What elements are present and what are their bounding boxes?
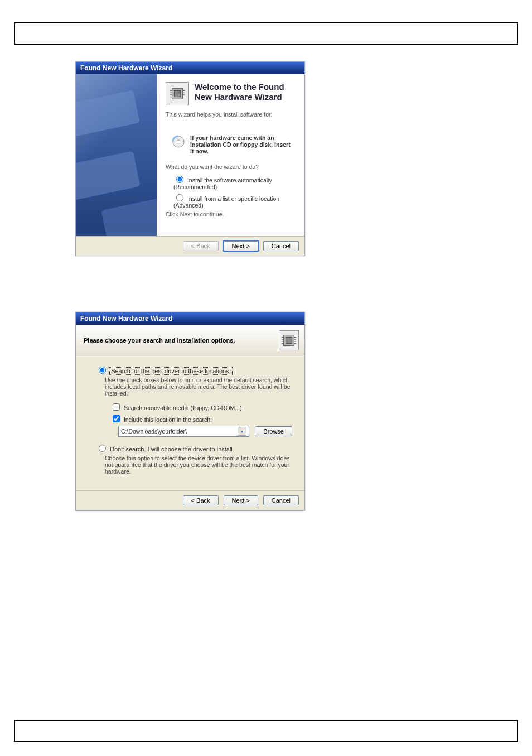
wizard1-right-panel: Welcome to the Found New Hardware Wizard… — [157, 74, 304, 236]
wizard2-chk-media-row[interactable]: Search removable media (floppy, CD-ROM..… — [110, 401, 292, 412]
wizard2-button-bar: < Back Next > Cancel — [76, 490, 304, 510]
svg-rect-4 — [174, 90, 180, 97]
wizard1-opt-auto-radio[interactable] — [176, 176, 183, 183]
svg-rect-2 — [101, 195, 157, 236]
wizard2-subheader: Please choose your search and installati… — [76, 325, 304, 354]
wizard1-title-text: Found New Hardware Wizard — [80, 64, 172, 72]
wizard1-cancel-button[interactable]: Cancel — [263, 241, 299, 251]
wizard2-path-combo[interactable]: C:\Downloads\yourfolder\ ▾ — [118, 426, 249, 437]
wizard1-options: Install the software automatically (Reco… — [173, 174, 296, 209]
chevron-down-icon[interactable]: ▾ — [238, 427, 246, 436]
wizard1-opt-advanced-radio[interactable] — [176, 194, 183, 201]
wizard2-next-button[interactable]: Next > — [224, 495, 258, 505]
wizard2-opt-dont-label: Don't search. I will choose the driver t… — [110, 446, 234, 452]
wizard1-opt-auto[interactable]: Install the software automatically (Reco… — [173, 174, 296, 190]
wizard1-body: Welcome to the Found New Hardware Wizard… — [76, 74, 304, 236]
wizard1-continue-hint: Click Next to continue. — [166, 211, 296, 218]
wizard2-dont-desc: Choose this option to select the device … — [105, 455, 292, 475]
svg-point-14 — [177, 140, 180, 143]
wizard2-opt-search-label: Search for the best driver in these loca… — [110, 368, 232, 374]
wizard1-question: What do you want the wizard to do? — [166, 163, 296, 170]
wizard2-subtitle: Please choose your search and installati… — [84, 337, 235, 344]
page-content: Found New Hardware Wizard — [14, 45, 518, 511]
svg-rect-16 — [286, 337, 292, 343]
wizard2-opt-dont[interactable]: Don't search. I will choose the driver t… — [96, 442, 292, 452]
wizard2-chk-media[interactable] — [113, 403, 120, 411]
hardware-chip-icon — [279, 330, 299, 350]
wizard1-window: Found New Hardware Wizard — [75, 61, 305, 256]
page-header-box — [14, 22, 518, 45]
wizard2-title-text: Found New Hardware Wizard — [80, 315, 172, 322]
hardware-chip-icon — [166, 82, 189, 105]
wizard1-titlebar: Found New Hardware Wizard — [76, 62, 304, 74]
wizard1-side-graphic — [76, 74, 157, 236]
wizard2-opt-search[interactable]: Search for the best driver in these loca… — [96, 364, 292, 374]
wizard2-chk-include-row[interactable]: Include this location in the search: — [110, 413, 292, 423]
wizard2-chk-include[interactable] — [113, 415, 120, 422]
svg-rect-0 — [76, 90, 140, 137]
wizard2-window: Found New Hardware Wizard Please choose … — [75, 312, 305, 511]
wizard2-back-button[interactable]: < Back — [183, 495, 219, 505]
wizard2-chk-include-label: Include this location in the search: — [124, 416, 212, 423]
wizard1-cd-hint: If your hardware came with an installati… — [190, 134, 296, 155]
wizard2-cancel-button[interactable]: Cancel — [263, 495, 299, 505]
wizard1-opt-auto-label: Install the software automatically (Reco… — [173, 177, 272, 190]
svg-rect-1 — [76, 151, 141, 201]
wizard1-intro: This wizard helps you install software f… — [166, 111, 296, 118]
wizard1-button-bar: < Back Next > Cancel — [76, 236, 304, 256]
wizard1-opt-advanced[interactable]: Install from a list or specific location… — [173, 192, 296, 209]
page-footer-box — [14, 720, 518, 742]
page: Found New Hardware Wizard — [0, 0, 532, 756]
wizard2-browse-button[interactable]: Browse — [255, 426, 292, 436]
wizard1-back-button: < Back — [183, 241, 219, 251]
wizard2-titlebar: Found New Hardware Wizard — [76, 312, 304, 325]
wizard2-path-row: C:\Downloads\yourfolder\ ▾ Browse — [118, 426, 292, 437]
wizard1-next-button[interactable]: Next > — [224, 241, 258, 251]
wizard2-path-value: C:\Downloads\yourfolder\ — [121, 428, 187, 435]
wizard2-opt-dont-radio[interactable] — [99, 445, 106, 452]
cd-icon — [171, 134, 186, 149]
wizard2-search-desc: Use the check boxes below to limit or ex… — [105, 377, 292, 397]
wizard1-opt-advanced-label: Install from a list or specific location… — [173, 195, 279, 209]
wizard2-opt-search-radio[interactable] — [99, 367, 106, 374]
wizard2-body: Search for the best driver in these loca… — [76, 354, 304, 490]
wizard1-cd-hint-row: If your hardware came with an installati… — [171, 134, 296, 155]
wizard2-chk-media-label: Search removable media (floppy, CD-ROM..… — [124, 405, 242, 411]
